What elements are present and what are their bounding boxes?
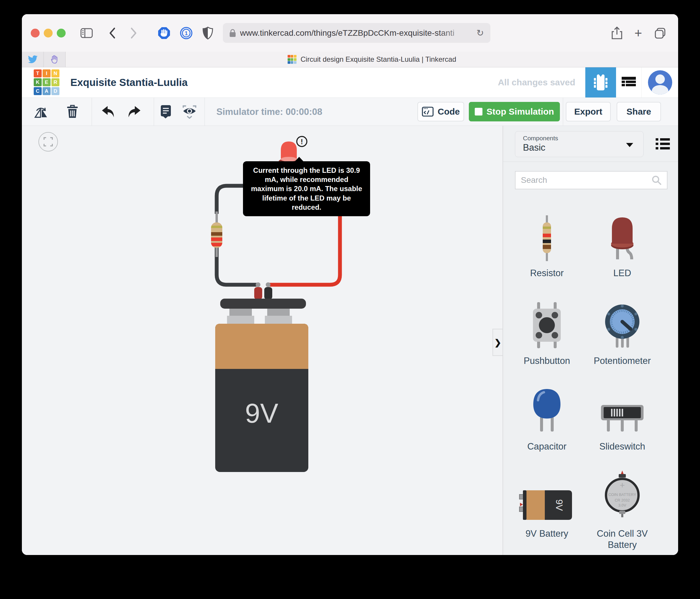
component-label: LED <box>585 268 659 279</box>
avatar-head <box>655 74 665 84</box>
svg-text:1: 1 <box>185 30 188 36</box>
tinkercad-logo[interactable]: T I N K E R C A D <box>34 70 59 95</box>
stop-icon <box>475 108 482 115</box>
url-fade <box>437 23 473 43</box>
component-label: 9V Battery <box>510 528 584 539</box>
circuit-view-button[interactable] <box>585 67 616 98</box>
minimize-button[interactable] <box>44 29 53 37</box>
chevron-down-icon <box>626 143 633 147</box>
component-label: Coin Cell 3V Battery <box>585 528 659 551</box>
stop-simulation-label: Stop Simulation <box>486 107 554 117</box>
components-label: Components <box>523 135 635 142</box>
panel-collapse-handle[interactable]: ❯ <box>493 329 503 356</box>
share-button[interactable]: Share <box>617 102 661 122</box>
component-led[interactable]: LED <box>585 214 659 279</box>
ic-chip-icon <box>593 73 609 92</box>
red-wire-tip <box>266 282 271 287</box>
code-icon <box>422 107 434 117</box>
export-label: Export <box>574 107 602 117</box>
redo-icon[interactable] <box>127 104 142 119</box>
component-potentiometer[interactable]: Potentiometer <box>585 300 659 367</box>
save-status: All changes saved <box>498 77 575 87</box>
tinkercad-header: T I N K E R C A D Exquisite Stantia-Luul… <box>22 67 678 98</box>
annotation-visibility-icon[interactable] <box>182 104 197 119</box>
svg-text:+: + <box>620 480 625 490</box>
undo-icon[interactable] <box>101 104 115 119</box>
component-label: Resistor <box>510 268 584 279</box>
battery-9v-icon: 9V <box>519 489 575 522</box>
address-bar[interactable]: www.tinkercad.com/things/eTZZBpDcCKm-exq… <box>223 23 491 43</box>
rotate-icon[interactable] <box>34 104 49 119</box>
led-icon <box>606 214 639 261</box>
component-pushbutton[interactable]: Pushbutton <box>510 300 584 367</box>
password-manager-extension-icon[interactable]: 1 <box>179 26 193 40</box>
led-warning-tooltip: Current through the LED is 30.9 mA, whil… <box>243 161 370 216</box>
simulator-time: Simulator time: 00:00:08 <box>216 98 322 126</box>
resistor-icon <box>541 215 553 261</box>
panel-divider <box>503 161 678 162</box>
pinned-tab-twitter[interactable] <box>22 52 44 67</box>
notes-icon[interactable] <box>158 104 173 119</box>
content-row: 9V ! Current through the LED is 30.9 mA,… <box>22 126 678 555</box>
back-icon[interactable] <box>105 26 119 40</box>
table-icon <box>622 77 636 88</box>
design-title[interactable]: Exquisite Stantia-Luulia <box>70 67 188 98</box>
svg-text:!: ! <box>301 138 303 146</box>
active-tab[interactable]: Circuit design Exquisite Stantia-Luulia … <box>66 52 678 67</box>
hand-app-icon <box>50 55 59 64</box>
black-wire-top[interactable] <box>217 186 244 214</box>
component-label: Potentiometer <box>585 355 659 367</box>
screenshot-stage: 1 www.tinkercad.com/things/eTZZBpDcCKm-e… <box>0 0 700 599</box>
fit-brackets-icon <box>44 137 53 147</box>
delete-icon[interactable] <box>65 104 80 119</box>
sidebar-toggle-icon[interactable] <box>80 26 93 40</box>
components-category-dropdown[interactable]: Components Basic <box>515 131 644 157</box>
new-tab-icon[interactable]: + <box>631 26 645 40</box>
potentiometer-icon <box>602 301 642 349</box>
close-button[interactable] <box>31 29 40 37</box>
coin-cell-icon: +COIN BATTERYCR 20323.0V <box>603 470 642 518</box>
tls-lock-icon <box>229 29 236 37</box>
share-page-icon[interactable] <box>610 26 624 40</box>
forward-icon[interactable] <box>127 26 141 40</box>
share-label: Share <box>626 107 651 117</box>
content-blocker-extension-icon[interactable] <box>157 26 171 40</box>
zoom-button[interactable] <box>57 29 66 37</box>
component-label: Capacitor <box>510 441 584 452</box>
battery-icon-label: 9V <box>554 499 565 511</box>
category-value: Basic <box>523 142 635 153</box>
black-wire-bottom[interactable] <box>217 248 257 285</box>
circuit-canvas[interactable]: 9V ! Current through the LED is 30.9 mA,… <box>22 126 503 555</box>
components-panel: Components Basic Search Resistor <box>503 126 678 555</box>
component-9v-battery[interactable]: 9V 9V Battery <box>510 474 584 539</box>
svg-text:3.0V: 3.0V <box>618 503 626 507</box>
pushbutton-icon <box>529 302 565 349</box>
list-view-icon[interactable] <box>656 138 670 150</box>
code-button[interactable]: Code <box>418 102 464 122</box>
component-capacitor[interactable]: Capacitor <box>510 386 584 452</box>
component-search-input[interactable]: Search <box>515 171 668 189</box>
component-slideswitch[interactable]: Slideswitch <box>585 386 659 452</box>
zoom-to-fit-button[interactable] <box>39 132 58 152</box>
privacy-shield-extension-icon[interactable] <box>201 26 215 40</box>
resistor-component[interactable] <box>211 223 222 248</box>
editor-toolbar: Simulator time: 00:00:08 Code Stop Simul… <box>22 98 678 126</box>
reload-icon[interactable]: ↻ <box>476 28 484 38</box>
battery-9v[interactable]: 9V <box>215 298 308 472</box>
battery-voltage-label: 9V <box>245 398 278 428</box>
svg-text:CR 2032: CR 2032 <box>615 498 630 502</box>
slideswitch-icon <box>599 396 646 435</box>
component-coin-cell[interactable]: +COIN BATTERYCR 20323.0V Coin Cell 3V Ba… <box>585 474 659 551</box>
tab-title: Circuit design Exquisite Stantia-Luulia … <box>301 55 456 63</box>
warning-icon[interactable]: ! <box>297 136 307 147</box>
svg-text:COIN BATTERY: COIN BATTERY <box>608 492 636 497</box>
export-button[interactable]: Export <box>566 102 611 122</box>
component-list-view-button[interactable] <box>616 67 642 98</box>
stop-simulation-button[interactable]: Stop Simulation <box>469 102 560 122</box>
pinned-tab-hand-app[interactable] <box>44 52 66 67</box>
component-resistor[interactable]: Resistor <box>510 214 584 279</box>
avatar[interactable] <box>648 70 672 95</box>
tab-overview-icon[interactable] <box>653 26 667 40</box>
twitter-bird-icon <box>28 55 38 63</box>
tinkercad-favicon <box>288 55 297 64</box>
